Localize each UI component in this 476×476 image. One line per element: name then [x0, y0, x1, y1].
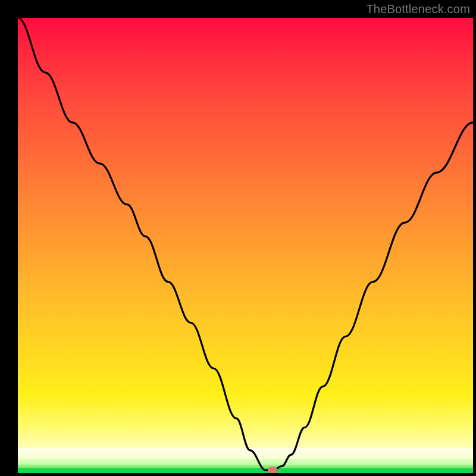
- bottleneck-curve-path: [18, 18, 473, 470]
- chart-container: TheBottleneck.com: [0, 0, 476, 476]
- plot-area: [18, 18, 473, 473]
- watermark-text: TheBottleneck.com: [366, 2, 470, 16]
- curve-svg: [18, 18, 473, 473]
- minimum-marker: [268, 467, 277, 473]
